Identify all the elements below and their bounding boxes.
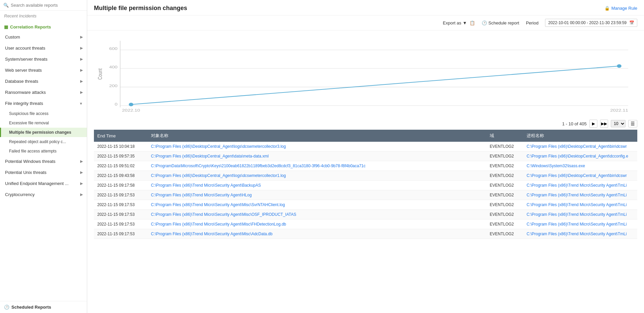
cell-process-name: C:\Program Files (x86)\DesktopCentral_Ag… (523, 171, 637, 181)
sidebar-item-custom[interactable]: Custom ▶ (0, 32, 87, 43)
cell-domain: EVENTLOG2 (486, 142, 523, 151)
chevron-right-icon: ▶ (80, 159, 83, 164)
cell-process-name: C:\Program Files (x86)\Trend Micro\Secur… (523, 190, 637, 200)
scheduled-reports-label[interactable]: 🕑 Scheduled Reports (0, 301, 87, 313)
last-page-button[interactable]: ▶▶ (600, 120, 608, 128)
cell-end-time: 2022-11-15 09:57:35 (94, 151, 148, 161)
toolbar: Export as ▼ 📋 🕑 Schedule report Period 2… (87, 15, 644, 30)
cell-process-name: C:\Program Files (x86)\Trend Micro\Secur… (523, 210, 637, 220)
cell-process-name: C:\Program Files (x86)\Trend Micro\Secur… (523, 181, 637, 190)
cell-domain: EVENTLOG2 (486, 210, 523, 220)
cell-domain: EVENTLOG2 (486, 190, 523, 200)
chart-container: Count 0 200 400 600 2022.10 2022.11 (87, 30, 644, 118)
chart-svg: Count 0 200 400 600 2022.10 2022.11 (94, 34, 637, 114)
schedule-button[interactable]: 🕑 Schedule report (482, 20, 519, 25)
next-page-button[interactable]: ▶ (589, 120, 597, 128)
sidebar-item-database-threats[interactable]: Database threats ▶ (0, 76, 87, 87)
cell-end-time: 2022-11-15 09:17:53 (94, 190, 148, 200)
manage-rule-link[interactable]: 🔒 Manage Rule (604, 6, 637, 11)
cell-process-name: C:\Program Files (x86)\Trend Micro\Secur… (523, 220, 637, 229)
chart-line (131, 66, 619, 105)
sidebar-subitem-repeated-object-audit[interactable]: Repeated object audit policy c... (0, 137, 87, 146)
table-row: 2022-11-15 09:17:58C:\Program Files (x86… (94, 181, 637, 190)
chart-icon: ▩ (4, 24, 8, 29)
cell-end-time: 2022-11-15 09:17:53 (94, 200, 148, 210)
cell-object-name[interactable]: C:\Program Files (x86)\Trend Micro\Secur… (148, 220, 486, 229)
sidebar-item-web-server-threats[interactable]: Web server threats ▶ (0, 65, 87, 76)
svg-text:200: 200 (109, 83, 117, 88)
cell-process-name: C:\Windows\System32\lsass.exe (523, 161, 637, 171)
sidebar-item-potential-windows-threats[interactable]: Potential Windows threats ▶ (0, 156, 87, 167)
table-row: 2022-11-15 09:17:53C:\Program Files (x86… (94, 190, 637, 200)
clock-icon: 🕑 (4, 305, 9, 310)
sidebar-item-system-server-threats[interactable]: System/server threats ▶ (0, 54, 87, 65)
sidebar-subitem-multiple-file-permission-changes[interactable]: Multiple file permission changes (0, 128, 87, 137)
sidebar-item-cryptocurrency[interactable]: Cryptocurrency ▶ (0, 189, 87, 200)
table-config-button[interactable]: ☰ (628, 120, 637, 127)
sidebar-item-unified-endpoint[interactable]: Unified Endpoint Management ... ▶ (0, 178, 87, 189)
cell-end-time: 2022-11-15 10:04:18 (94, 142, 148, 151)
table-row: 2022-11-15 09:17:53C:\Program Files (x86… (94, 220, 637, 229)
export-button[interactable]: Export as ▼ 📋 (443, 20, 475, 25)
table-row: 2022-11-15 09:17:53C:\Program Files (x86… (94, 210, 637, 220)
cell-object-name[interactable]: C:\Program Files (x86)\Trend Micro\Secur… (148, 190, 486, 200)
copy-icon: 📋 (470, 20, 475, 25)
sidebar-item-file-integrity-threats[interactable]: File integrity threats ▼ (0, 98, 87, 109)
svg-text:600: 600 (109, 47, 117, 51)
search-icon: 🔍 (3, 3, 9, 8)
cell-object-name[interactable]: C:\Program Files (x86)\Trend Micro\Secur… (148, 200, 486, 210)
table-container: 1 - 10 of 405 ▶ ▶▶ 10 25 50 ☰ End Time 对… (87, 118, 644, 313)
page-title: Multiple file permission changes (94, 5, 187, 12)
cell-domain: EVENTLOG2 (486, 181, 523, 190)
col-process-name: 进程名称 (523, 130, 637, 142)
rows-per-page-select[interactable]: 10 25 50 (611, 120, 626, 127)
chevron-right-icon: ▶ (80, 68, 83, 72)
cell-object-name[interactable]: C:\Program Files (x86)\Trend Micro\Secur… (148, 210, 486, 220)
cell-object-name[interactable]: C:\Program Files (x86)\Trend Micro\Secur… (148, 181, 486, 190)
sidebar: 🔍 Recent Incidents ▩ Correlation Reports… (0, 0, 87, 313)
chevron-right-icon: ▶ (80, 79, 83, 83)
chart-point-end (617, 64, 622, 68)
cell-object-name[interactable]: C:\Program Files (x86)\DesktopCentral_Ag… (148, 151, 486, 161)
table-row: 2022-11-15 10:04:18C:\Program Files (x86… (94, 142, 637, 151)
cell-end-time: 2022-11-15 09:17:53 (94, 229, 148, 239)
cell-domain: EVENTLOG2 (486, 161, 523, 171)
sidebar-item-potential-unix-threats[interactable]: Potential Unix threats ▶ (0, 167, 87, 178)
cell-process-name: C:\Program Files (x86)\Trend Micro\Secur… (523, 229, 637, 239)
sidebar-subitem-failed-file-access[interactable]: Failed file access attempts (0, 146, 87, 156)
chevron-right-icon: ▶ (80, 57, 83, 61)
calendar-icon: 📅 (629, 20, 634, 25)
chevron-down-icon: ▼ (79, 102, 83, 106)
table-toolbar: 1 - 10 of 405 ▶ ▶▶ 10 25 50 ☰ (94, 118, 637, 130)
cell-end-time: 2022-11-15 09:17:53 (94, 210, 148, 220)
col-domain: 域 (486, 130, 523, 142)
chart-wrap: Count 0 200 400 600 2022.10 2022.11 (94, 34, 637, 114)
svg-text:2022.11: 2022.11 (610, 108, 628, 112)
cell-object-name[interactable]: C:\Program Files (x86)\DesktopCentral_Ag… (148, 142, 486, 151)
chevron-right-icon: ▶ (80, 46, 83, 50)
chevron-right-icon: ▶ (80, 181, 83, 186)
cell-process-name: C:\Program Files (x86)\DesktopCentral_Ag… (523, 151, 637, 161)
cell-object-name[interactable]: C:\Program Files (x86)\DesktopCentral_Ag… (148, 171, 486, 181)
chevron-right-icon: ▶ (80, 90, 83, 95)
search-input[interactable] (11, 3, 84, 8)
table-header-row: End Time 对象名称 域 进程名称 (94, 130, 637, 142)
cell-object-name[interactable]: C:\Program Files (x86)\Trend Micro\Secur… (148, 229, 486, 239)
cell-object-name[interactable]: C:\ProgramData\Microsoft\Crypto\Keys\210… (148, 161, 486, 171)
cell-domain: EVENTLOG2 (486, 200, 523, 210)
cell-end-time: 2022-11-15 09:17:53 (94, 220, 148, 229)
col-end-time: End Time (94, 130, 148, 142)
clock-icon: 🕑 (482, 20, 487, 25)
sidebar-subitem-excessive-file-removal[interactable]: Excessive file removal (0, 118, 87, 128)
table-row: 2022-11-15 09:51:02C:\ProgramData\Micros… (94, 161, 637, 171)
pagination-info: 1 - 10 of 405 (562, 121, 587, 126)
y-axis-label: Count (97, 68, 103, 79)
sidebar-search: 🔍 (0, 0, 87, 11)
sidebar-item-user-account-threats[interactable]: User account threats ▶ (0, 43, 87, 54)
sidebar-subitem-suspicious-file-access[interactable]: Suspicious file access (0, 109, 87, 118)
cell-domain: EVENTLOG2 (486, 151, 523, 161)
table-row: 2022-11-15 09:43:58C:\Program Files (x86… (94, 171, 637, 181)
sidebar-item-ransomware-attacks[interactable]: Ransomware attacks ▶ (0, 87, 87, 98)
period-input[interactable]: 2022-10-01 00:00:00 - 2022-11-30 23:59:5… (545, 19, 637, 27)
main-content: Multiple file permission changes 🔒 Manag… (87, 0, 644, 313)
